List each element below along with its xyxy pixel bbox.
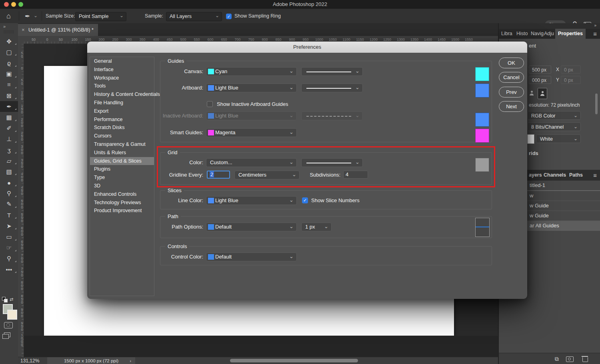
cancel-button[interactable]: Cancel: [499, 72, 524, 83]
close-tab-icon[interactable]: ×: [22, 24, 25, 36]
collapse-toolbar-button[interactable]: »: [3, 24, 6, 29]
marquee-tool-icon[interactable]: ▢: [0, 47, 18, 58]
tab-properties[interactable]: Properties: [555, 29, 586, 39]
chevron-down-icon: ⌄: [289, 84, 294, 91]
move-tool-icon[interactable]: ✥: [0, 36, 18, 47]
tool-bar: » |||||||| ✥▢ϱ▣⌗⊠✒▦✐⊥ʒ▱▧●⚲✎T➤▭☞⚲••• ⇄: [0, 23, 18, 364]
path-selection-tool-icon[interactable]: ➤: [0, 221, 18, 231]
crop-tool-icon[interactable]: ⌗: [0, 80, 18, 90]
vertical-ruler: 5005010015020025030035040045050055060065…: [18, 44, 24, 357]
tab-layers[interactable]: ayers: [529, 172, 542, 178]
dashed-line-icon: [306, 116, 351, 117]
panel-menu-icon[interactable]: ≡: [593, 172, 597, 179]
zoom-tool-icon[interactable]: ⚲: [0, 253, 18, 264]
brush-tool-icon[interactable]: ✐: [0, 123, 18, 134]
background-color-swatch[interactable]: [7, 310, 17, 320]
trash-icon[interactable]: [582, 357, 588, 362]
sample-label: Sample:: [145, 13, 163, 19]
person-icon: [540, 91, 545, 96]
show-slice-numbers-checkbox[interactable]: ✓: [302, 197, 308, 203]
tool-list: ✥▢ϱ▣⌗⊠✒▦✐⊥ʒ▱▧●⚲✎T➤▭☞⚲•••: [0, 36, 18, 275]
more-tools-icon[interactable]: •••: [0, 264, 18, 275]
ruler-label: 50: [54, 36, 68, 44]
panel-menu-icon[interactable]: ≡: [593, 30, 597, 37]
camera-icon[interactable]: [566, 356, 574, 362]
home-icon[interactable]: ⌂: [6, 12, 11, 20]
zoom-level[interactable]: 131,12%: [20, 358, 39, 364]
show-inactive-artboard-guides-checkbox[interactable]: [207, 101, 213, 107]
canvas-color-select[interactable]: White ⌄: [536, 134, 581, 143]
lasso-tool-icon[interactable]: ϱ: [0, 58, 18, 68]
chevron-down-icon: ⌄: [289, 128, 294, 136]
tab-paths[interactable]: Paths: [569, 172, 583, 178]
preferences-category[interactable]: Transparency & Gamut: [90, 140, 154, 149]
artboard-guide-style-select[interactable]: ⌄: [301, 84, 363, 92]
landscape-orientation-button[interactable]: [538, 88, 547, 99]
tab-histogram[interactable]: Histo: [516, 31, 528, 36]
artboard-guide-color-select[interactable]: Light Blue ⌄: [206, 84, 297, 92]
slice-line-color-select[interactable]: Light Blue ⌄: [206, 196, 297, 205]
blur-tool-icon[interactable]: ●: [0, 177, 18, 188]
eyedropper-tool-icon[interactable]: ✒: [0, 101, 18, 112]
sample-size-select[interactable]: Point Sample ⌄: [75, 12, 126, 21]
height-field[interactable]: 000 px: [529, 76, 551, 84]
show-sampling-ring-checkbox[interactable]: ✓: [226, 14, 232, 19]
dodge-tool-icon[interactable]: ⚲: [0, 188, 18, 199]
preferences-category[interactable]: 3D: [90, 182, 154, 190]
x-field[interactable]: 0 px: [561, 66, 581, 74]
gradient-tool-icon[interactable]: ▧: [0, 166, 18, 177]
sample-select[interactable]: All Layers ⌄: [166, 12, 222, 21]
chevron-down-icon[interactable]: ⌄: [34, 12, 38, 20]
document-tab[interactable]: × Untitled-1 @ 131% (RGB/8) *: [18, 24, 98, 36]
ruler-label: 400: [18, 170, 24, 183]
swap-colors-icon[interactable]: ⇄: [10, 297, 13, 302]
tab-channels[interactable]: Channels: [544, 172, 566, 178]
canvas-color-swatch[interactable]: [527, 134, 534, 144]
preferences-category[interactable]: Units & Rulers: [90, 149, 154, 157]
ok-button[interactable]: OK: [499, 58, 524, 68]
path-options-select[interactable]: Default ⌄: [206, 223, 297, 231]
canvas-guide-style-select[interactable]: ⌄: [301, 67, 363, 76]
tab-libraries[interactable]: Libra: [501, 31, 512, 36]
collapse-panels-icon[interactable]: »: [594, 23, 597, 28]
eraser-tool-icon[interactable]: ▱: [0, 155, 18, 166]
color-mode-select[interactable]: RGB Color ⌄: [527, 111, 581, 120]
ruler-label: 850: [18, 292, 24, 306]
prev-button[interactable]: Prev: [499, 87, 524, 97]
quick-mask-icon[interactable]: [4, 322, 13, 328]
smart-guides-color-select[interactable]: Magenta ⌄: [206, 128, 297, 137]
shape-tool-icon[interactable]: ▭: [0, 231, 18, 242]
line-color-label: Line Color:: [134, 196, 203, 205]
type-tool-icon[interactable]: T: [0, 210, 18, 221]
control-color-label: Control Color:: [134, 253, 203, 261]
document-size-status[interactable]: 1500 px x 1000 px (72 ppi) ›: [47, 357, 135, 364]
object-selection-tool-icon[interactable]: ▣: [0, 69, 18, 80]
vertical-scrollbar[interactable]: [595, 93, 598, 114]
bit-depth-select[interactable]: 8 Bits/Channel ⌄: [527, 122, 581, 131]
toolbar-grip[interactable]: ||||||||: [4, 30, 14, 34]
preferences-category[interactable]: File Handling: [90, 99, 154, 107]
next-button[interactable]: Next: [499, 101, 524, 112]
preferences-category[interactable]: Product Improvement: [90, 207, 154, 215]
control-color-select[interactable]: Default ⌄: [206, 253, 297, 261]
chevron-down-icon: ⌄: [289, 67, 294, 75]
horizontal-scrollbar[interactable]: [230, 359, 358, 362]
width-field[interactable]: 500 px: [529, 66, 551, 74]
hand-tool-icon[interactable]: ☞: [0, 243, 18, 253]
pen-tool-icon[interactable]: ✎: [0, 199, 18, 210]
export-icon[interactable]: ⧉: [555, 356, 559, 362]
canvas-guide-color-select[interactable]: Cyan ⌄: [206, 67, 297, 76]
screen-mode-icon[interactable]: [4, 332, 10, 337]
healing-brush-tool-icon[interactable]: ▦: [0, 112, 18, 123]
show-sampling-ring-label: Show Sampling Ring: [234, 13, 281, 19]
y-field[interactable]: 0 px: [561, 76, 581, 84]
tab-navigator[interactable]: Navig: [531, 31, 544, 36]
frame-tool-icon[interactable]: ⊠: [0, 90, 18, 101]
preferences-category[interactable]: General: [90, 57, 154, 66]
clone-stamp-tool-icon[interactable]: ⊥: [0, 134, 18, 145]
eyedropper-tool-icon[interactable]: ✒: [25, 12, 30, 20]
history-brush-tool-icon[interactable]: ʒ: [0, 145, 18, 155]
tab-adjustments[interactable]: Adju: [544, 31, 554, 36]
path-width-select[interactable]: 1 px ⌄: [301, 223, 332, 231]
portrait-orientation-button[interactable]: [527, 88, 536, 98]
